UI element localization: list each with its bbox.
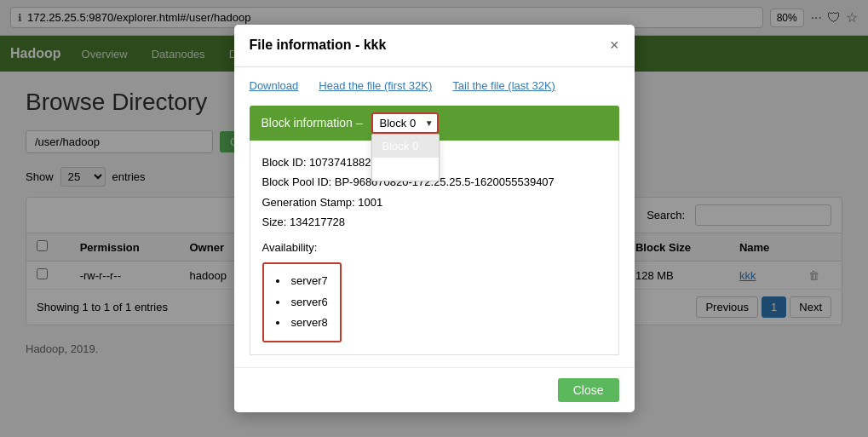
generation-stamp: Generation Stamp: 1001 <box>262 193 606 212</box>
modal-footer: Close <box>234 367 635 372</box>
modal-close-button[interactable]: × <box>610 37 619 55</box>
server-item-1: server6 <box>276 292 328 313</box>
server-item-0: server7 <box>276 271 328 292</box>
head-file-link[interactable]: Head the file (first 32K) <box>319 79 432 92</box>
tail-file-link[interactable]: Tail the file (last 32K) <box>452 79 555 92</box>
modal-links: Download Head the file (first 32K) Tail … <box>250 79 619 92</box>
dropdown-item-1[interactable]: Block 1 <box>372 158 439 181</box>
availability-box: server7 server6 server8 <box>262 262 342 342</box>
download-link[interactable]: Download <box>250 79 299 92</box>
size: Size: 134217728 <box>262 212 606 232</box>
modal-title: File information - kkk <box>250 37 387 53</box>
modal: File information - kkk × Download Head t… <box>234 25 635 372</box>
block-info-header: Block information – Block 0 Block 1 ▼ Bl… <box>250 106 619 141</box>
server-list: server7 server6 server8 <box>276 271 328 334</box>
server-item-2: server8 <box>276 313 328 334</box>
block-select[interactable]: Block 0 Block 1 <box>371 112 439 134</box>
modal-body: Download Head the file (first 32K) Tail … <box>234 67 635 367</box>
dropdown-item-0[interactable]: Block 0 <box>372 135 439 158</box>
modal-header: File information - kkk × <box>234 25 635 67</box>
block-select-wrapper: Block 0 Block 1 ▼ Block 0 Block 1 <box>371 112 439 134</box>
modal-overlay: File information - kkk × Download Head t… <box>0 0 868 372</box>
block-info-label: Block information – <box>262 116 363 129</box>
block-dropdown: Block 0 Block 1 <box>371 134 440 181</box>
availability-label: Availability: <box>262 238 606 257</box>
